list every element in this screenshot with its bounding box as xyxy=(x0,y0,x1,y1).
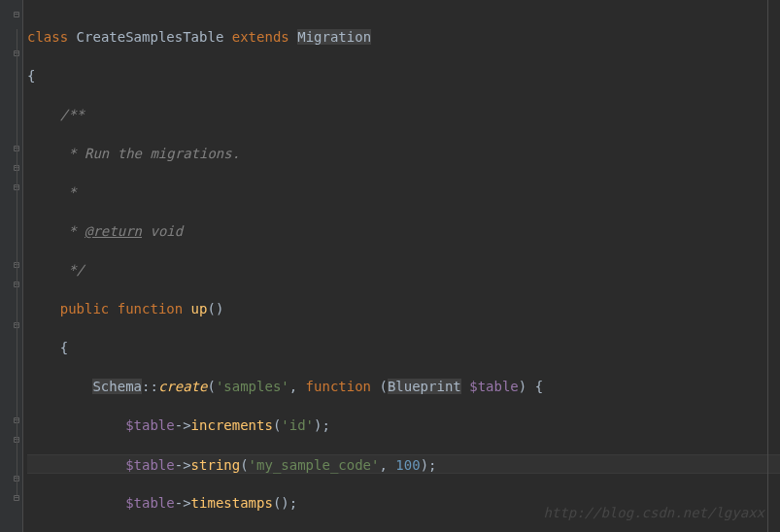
editor-gutter: ⊟ ⊟ ⊟ ⊟ ⊟ ⊟ ⊟ ⊟ ⊟ ⊟ ⊟ ⊟ xyxy=(0,0,23,532)
fold-icon[interactable]: ⊟ xyxy=(12,10,21,19)
code-line: Schema::create('samples', function (Blue… xyxy=(27,377,780,396)
watermark-text: http://blog.csdn.net/lgyaxx xyxy=(543,505,764,520)
code-line: { xyxy=(27,338,780,357)
code-line: */ xyxy=(27,260,780,280)
code-content[interactable]: class CreateSamplesTable extends Migrati… xyxy=(23,0,780,532)
code-line: * xyxy=(27,183,780,202)
code-line: public function up() xyxy=(27,299,780,318)
code-line-active: $table->string('my_sample_code', 100); xyxy=(27,454,780,474)
code-line: { xyxy=(27,66,780,85)
code-editor[interactable]: ⊟ ⊟ ⊟ ⊟ ⊟ ⊟ ⊟ ⊟ ⊟ ⊟ ⊟ ⊟ class CreateSamp… xyxy=(0,0,780,532)
code-line: $table->increments('id'); xyxy=(27,416,780,435)
code-line: * Run the migrations. xyxy=(27,144,780,163)
code-line: /** xyxy=(27,105,780,124)
code-line: * @return void xyxy=(27,221,780,241)
code-line: class CreateSamplesTable extends Migrati… xyxy=(27,27,780,47)
editor-margin-line xyxy=(767,0,768,532)
